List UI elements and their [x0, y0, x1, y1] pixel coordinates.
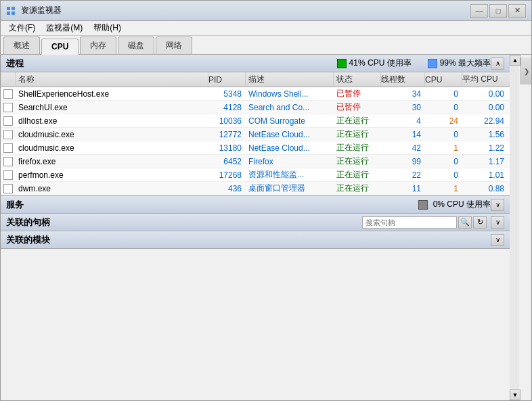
- row-name: dwm.exe: [16, 184, 208, 193]
- title-bar: 资源监视器 — □ ✕: [1, 1, 531, 21]
- row-name: dllhost.exe: [16, 116, 208, 126]
- row-threads: 42: [381, 143, 425, 153]
- row-checkbox[interactable]: [3, 103, 13, 112]
- process-collapse-btn[interactable]: ∧: [491, 57, 504, 70]
- table-row[interactable]: firefox.exe 6452 Firefox 正在运行 99 0 1.17: [1, 155, 510, 168]
- refresh-icon: ↻: [477, 218, 483, 227]
- row-status: 正在运行: [334, 115, 381, 126]
- row-cpu: 0: [425, 157, 462, 166]
- right-controls: ▲ ▼: [510, 55, 520, 400]
- col-threads-header[interactable]: 线程数: [381, 72, 425, 87]
- col-name-header[interactable]: 名称: [16, 72, 208, 87]
- row-avgcpu: 1.56: [462, 130, 510, 139]
- row-check: [1, 103, 16, 112]
- table-row[interactable]: perfmon.exe 17268 资源和性能监... 正在运行 22 0 1.…: [1, 168, 510, 182]
- row-pid: 5348: [208, 89, 246, 99]
- col-cpu-header[interactable]: CPU: [425, 72, 462, 87]
- menu-help[interactable]: 帮助(H): [88, 21, 127, 35]
- tab-disk[interactable]: 磁盘: [118, 37, 154, 54]
- service-collapse-btn[interactable]: ∨: [491, 199, 504, 211]
- row-checkbox[interactable]: [3, 157, 13, 166]
- scroll-track[interactable]: [510, 66, 519, 390]
- service-section[interactable]: 服务 0% CPU 使用率 ∨: [1, 196, 510, 214]
- col-check-header: [1, 72, 16, 87]
- row-check: [1, 157, 16, 166]
- handles-search-button[interactable]: 🔍: [458, 216, 472, 229]
- maximize-button[interactable]: □: [489, 4, 507, 18]
- table-row[interactable]: ShellExperienceHost.exe 5348 Windows She…: [1, 87, 510, 101]
- tab-network[interactable]: 网络: [156, 37, 192, 54]
- row-checkbox[interactable]: [3, 116, 13, 126]
- process-header: 进程 41% CPU 使用率 99% 最大频率 ∧: [1, 55, 510, 72]
- menu-monitor[interactable]: 监视器(M): [41, 21, 88, 35]
- handles-refresh-button[interactable]: ↻: [473, 216, 487, 229]
- tab-overview[interactable]: 概述: [3, 37, 40, 54]
- table-row[interactable]: cloudmusic.exe 12772 NetEase Cloud... 正在…: [1, 128, 510, 141]
- menu-file[interactable]: 文件(F): [3, 21, 41, 35]
- table-row[interactable]: dllhost.exe 10036 COM Surrogate 正在运行 4 2…: [1, 114, 510, 128]
- row-checkbox[interactable]: [3, 130, 13, 139]
- row-check: [1, 130, 16, 139]
- row-pid: 436: [208, 184, 246, 193]
- cpu-maxfreq-text: 99% 最大频率: [440, 57, 491, 69]
- cpu-blue-bar: [428, 59, 437, 68]
- row-avgcpu: 1.22: [462, 143, 510, 153]
- cpu-usage-text: 41% CPU 使用率: [349, 57, 412, 69]
- service-expand-icon: ∨: [495, 201, 500, 208]
- row-status: 正在运行: [334, 169, 381, 181]
- row-threads: 30: [381, 103, 425, 112]
- row-avgcpu: 1.01: [462, 170, 510, 180]
- row-status: 已暂停: [334, 88, 381, 99]
- close-button[interactable]: ✕: [508, 4, 526, 18]
- window-icon: [6, 5, 17, 16]
- row-checkbox[interactable]: [3, 89, 13, 99]
- scroll-up-btn[interactable]: ▲: [510, 55, 520, 66]
- row-pid: 6452: [208, 157, 246, 166]
- minimize-button[interactable]: —: [470, 4, 488, 18]
- col-pid-header[interactable]: PID: [208, 72, 246, 87]
- handles-collapse-btn[interactable]: ∨: [491, 216, 504, 229]
- modules-expand-icon: ∨: [495, 236, 500, 243]
- col-avgcpu-header[interactable]: 平均 CPU: [462, 72, 510, 87]
- row-name: cloudmusic.exe: [16, 143, 208, 153]
- modules-section[interactable]: 关联的模块 ∨: [1, 231, 510, 249]
- process-section: 进程 41% CPU 使用率 99% 最大频率 ∧ 名称: [1, 55, 510, 196]
- col-status-header[interactable]: 状态: [334, 72, 381, 87]
- cpu-green-bar: [337, 59, 347, 68]
- table-row[interactable]: cloudmusic.exe 13180 NetEase Cloud... 正在…: [1, 141, 510, 155]
- row-pid: 10036: [208, 116, 246, 126]
- row-checkbox[interactable]: [3, 143, 13, 153]
- row-avgcpu: 0.00: [462, 89, 510, 99]
- row-checkbox[interactable]: [3, 170, 13, 180]
- modules-collapse-btn[interactable]: ∨: [491, 234, 504, 246]
- row-desc: Windows Shell...: [246, 89, 334, 99]
- row-desc: NetEase Cloud...: [246, 130, 334, 139]
- row-cpu: 1: [425, 184, 462, 193]
- row-check: [1, 89, 16, 99]
- handles-search-input[interactable]: [362, 216, 457, 229]
- table-row[interactable]: SearchUI.exe 4128 Search and Co... 已暂停 3…: [1, 101, 510, 114]
- handles-search-box: 🔍 ↻: [362, 216, 487, 229]
- table-row[interactable]: dwm.exe 436 桌面窗口管理器 正在运行 11 1 0.88: [1, 182, 510, 195]
- tab-memory[interactable]: 内存: [80, 37, 116, 54]
- row-cpu: 24: [425, 116, 462, 126]
- row-threads: 11: [381, 184, 425, 193]
- row-desc: 桌面窗口管理器: [246, 183, 334, 194]
- svg-rect-2: [7, 11, 10, 15]
- row-status: 正在运行: [334, 156, 381, 167]
- tabs-bar: 概述 CPU 内存 磁盘 网络: [1, 36, 531, 55]
- col-desc-header[interactable]: 描述: [246, 72, 334, 87]
- row-name: cloudmusic.exe: [16, 130, 208, 139]
- service-cpu-bar: [418, 200, 428, 210]
- row-avgcpu: 0.00: [462, 103, 510, 112]
- handles-expand-icon: ∨: [495, 218, 500, 226]
- side-collapse-btn[interactable]: ❯: [520, 57, 531, 85]
- row-cpu: 0: [425, 89, 462, 99]
- cpu-usage-indicator: 41% CPU 使用率 99% 最大频率: [337, 57, 491, 69]
- scroll-down-btn[interactable]: ▼: [510, 390, 520, 400]
- tab-cpu[interactable]: CPU: [41, 39, 79, 55]
- row-pid: 12772: [208, 130, 246, 139]
- row-checkbox[interactable]: [3, 184, 13, 193]
- main-window: 资源监视器 — □ ✕ 文件(F) 监视器(M) 帮助(H) 概述 CPU 内存…: [0, 0, 532, 401]
- window-title: 资源监视器: [21, 5, 470, 16]
